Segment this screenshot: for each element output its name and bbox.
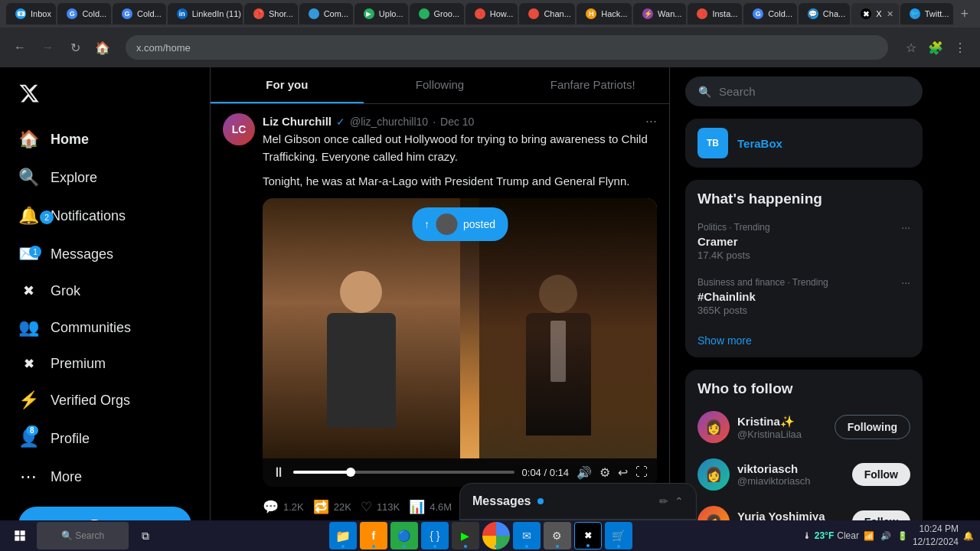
tab-hack[interactable]: H Hack... xyxy=(577,3,632,24)
forward-button[interactable]: → xyxy=(37,37,58,58)
taskbar-app-vscode[interactable]: { } xyxy=(421,522,449,549)
retweet-button[interactable]: 🔁 22K xyxy=(313,494,361,520)
trend-dots-cramer[interactable]: ··· xyxy=(901,221,910,233)
sidebar-item-verified-orgs[interactable]: ⚡ Verified Orgs xyxy=(9,383,201,418)
communities-icon: 👥 xyxy=(18,318,38,337)
messages-popup: Messages ✏ ⌃ xyxy=(459,483,697,520)
address-bar[interactable]: x.com/home xyxy=(126,35,888,60)
tab-groo[interactable]: Groo... xyxy=(410,3,464,24)
tab-cold2[interactable]: G Cold... xyxy=(113,3,166,24)
sidebar-item-home[interactable]: 🏠 Home xyxy=(9,122,201,157)
extensions-button[interactable]: 🧩 xyxy=(925,37,946,58)
bookmark-button[interactable]: ☆ xyxy=(900,37,922,58)
sidebar-item-explore[interactable]: 🔍 Explore xyxy=(9,160,201,195)
tab-cold1[interactable]: G Cold... xyxy=(57,3,111,24)
tweet-more-button[interactable]: ··· xyxy=(645,113,657,129)
reply-button[interactable]: 💬 1.2K xyxy=(263,494,313,520)
task-view-button[interactable]: ⧉ xyxy=(132,522,159,549)
tab-com[interactable]: Com... xyxy=(299,3,353,24)
sidebar-item-messages[interactable]: ✉️ 1 Messages xyxy=(9,236,201,272)
tab-favicon-cold1: G xyxy=(67,8,77,19)
taskbar-app-mail[interactable]: ✉ xyxy=(513,522,541,549)
tab-favicon-chan xyxy=(528,8,539,19)
clock-time: 10:24 PM xyxy=(913,523,959,536)
search-taskbar-button[interactable]: 🔍 Search xyxy=(37,522,129,549)
share-video-button[interactable]: ↩ xyxy=(618,465,628,480)
tab-close-x[interactable]: ✕ xyxy=(887,9,893,19)
sidebar-item-premium[interactable]: ✖ Premium xyxy=(9,348,201,380)
tweet-content: Liz Churchill ✓ @liz_churchill10 · Dec 1… xyxy=(263,113,657,520)
browser-menu-button[interactable]: ⋮ xyxy=(949,37,971,58)
search-input[interactable] xyxy=(719,85,910,98)
viktoriasch-follow-button[interactable]: Follow xyxy=(852,463,910,486)
tab-wan[interactable]: ⚡ Wan... xyxy=(633,3,686,24)
sidebar-label-premium: Premium xyxy=(51,356,106,372)
taskbar-app-settings[interactable]: ⚙ xyxy=(544,522,571,549)
kristina-follow-button[interactable]: Following xyxy=(835,415,910,439)
taskbar-app-chrome[interactable] xyxy=(482,522,510,549)
back-button[interactable]: ← xyxy=(9,37,31,58)
tweet-avatar: LC xyxy=(223,113,255,145)
fullscreen-button[interactable]: ⛶ xyxy=(635,465,648,479)
start-button[interactable] xyxy=(6,522,34,549)
follow-item-viktoriasch[interactable]: 👩 viktoriasch @miaviktoriasch Follow xyxy=(685,451,923,498)
tab-following[interactable]: Following xyxy=(364,67,517,103)
settings-button[interactable]: ⚙ xyxy=(599,465,610,480)
tab-how[interactable]: 🔺 How... xyxy=(466,3,518,24)
new-tab-button[interactable]: + xyxy=(955,3,974,24)
url-display: x.com/home xyxy=(136,42,191,54)
tab-cha[interactable]: 💬 Cha... xyxy=(799,3,851,24)
grok-icon: ✖ xyxy=(18,282,38,299)
terabox-label: TeraBox xyxy=(737,137,782,150)
tweet-video[interactable]: ↑ posted xyxy=(263,198,657,487)
home-nav-button[interactable]: 🏠 xyxy=(92,37,113,58)
trend-item-cramer[interactable]: Politics · Trending ··· Cramer 17.4K pos… xyxy=(685,214,923,269)
trends-show-more[interactable]: Show more xyxy=(685,324,923,357)
trend-name-chainlink: #Chainlink xyxy=(697,290,910,303)
tab-for-you[interactable]: For you xyxy=(211,67,364,103)
reload-button[interactable]: ↻ xyxy=(64,37,86,58)
trend-dots-chainlink[interactable]: ··· xyxy=(901,276,910,289)
sidebar-label-explore: Explore xyxy=(51,170,97,186)
sidebar-item-profile[interactable]: 👤 8 Profile xyxy=(9,421,201,456)
follow-item-kristina[interactable]: 👩 Kristina✨ @KristinaLilaa Following xyxy=(685,403,923,451)
sidebar-item-notifications[interactable]: 🔔 2 Notifications xyxy=(9,198,201,233)
progress-bar[interactable] xyxy=(293,471,514,474)
taskbar-app-file[interactable]: 📁 xyxy=(329,522,357,549)
sidebar-item-more[interactable]: ⋯ More xyxy=(9,459,201,494)
tab-twitter[interactable]: 🐦 Twitt... xyxy=(900,3,954,24)
tab-insta[interactable]: 🔺 Insta... xyxy=(688,3,742,24)
system-clock[interactable]: 10:24 PM 12/12/2024 xyxy=(913,523,959,549)
tab-inbox[interactable]: 📧 Inbox xyxy=(6,3,56,24)
tab-cold3[interactable]: G Cold... xyxy=(743,3,797,24)
trend-item-chainlink[interactable]: Business and finance · Trending ··· #Cha… xyxy=(685,269,923,324)
taskbar-app-browser1[interactable]: f xyxy=(360,522,387,549)
tab-upload[interactable]: ▶ Uplo... xyxy=(354,3,408,24)
tab-label-cold3: Cold... xyxy=(768,9,792,18)
tab-short[interactable]: 📌 Shor... xyxy=(244,3,298,24)
clock-date: 12/12/2024 xyxy=(913,536,959,549)
taskbar-right: 🌡 23°F Clear 📶 🔊 🔋 10:24 PM 12/12/2024 🔔 xyxy=(802,523,974,549)
x-logo[interactable] xyxy=(9,73,201,116)
tab-chan[interactable]: Chan... xyxy=(519,3,575,24)
tab-x[interactable]: ✖ X ✕ xyxy=(851,3,898,24)
mute-button[interactable]: 🔊 xyxy=(577,465,592,480)
sidebar-item-grok[interactable]: ✖ Grok xyxy=(9,275,201,307)
taskbar-app-store[interactable]: 🛒 xyxy=(605,522,632,549)
views-button[interactable]: 📊 4.6M xyxy=(409,494,461,520)
tab-linkedin[interactable]: in LinkedIn (11) xyxy=(168,3,243,24)
taskbar-app-browser2[interactable]: 🔵 xyxy=(390,522,418,549)
like-button[interactable]: ♡ 113K xyxy=(361,494,409,520)
taskbar-app-terminal[interactable]: ▶ xyxy=(452,522,479,549)
tab-label-chan: Chan... xyxy=(544,9,570,18)
messages-compose-button[interactable]: ✏ xyxy=(659,495,668,507)
search-box[interactable]: 🔍 xyxy=(685,77,923,106)
browser-nav-icons: ☆ 🧩 ⋮ xyxy=(900,37,971,58)
pause-button[interactable]: ⏸ xyxy=(272,465,286,481)
messages-header[interactable]: Messages ✏ ⌃ xyxy=(460,484,696,520)
tab-fanfare[interactable]: Fanfare Patriots! xyxy=(516,67,669,103)
sidebar-item-communities[interactable]: 👥 Communities xyxy=(9,310,201,345)
taskbar-app-x[interactable]: ✖ xyxy=(574,522,602,549)
notifications-taskbar-button[interactable]: 🔔 xyxy=(963,531,974,541)
messages-collapse-button[interactable]: ⌃ xyxy=(675,495,684,507)
